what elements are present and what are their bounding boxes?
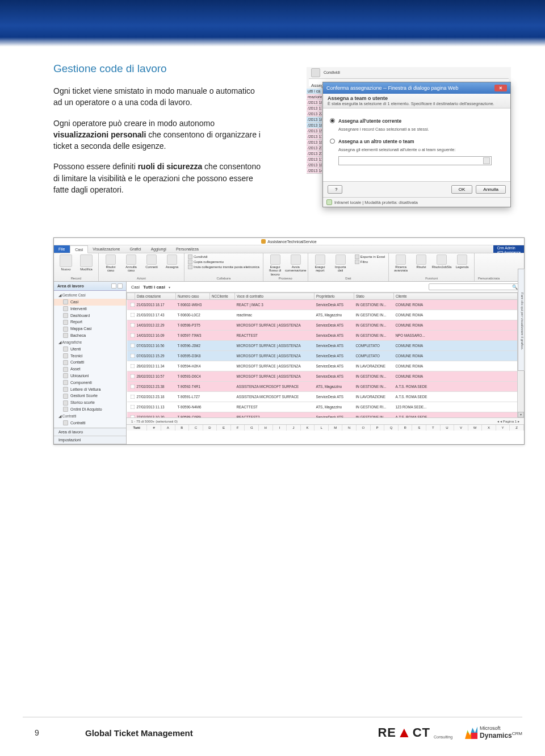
assegna-button[interactable]: Assegna <box>164 254 181 269</box>
column-header[interactable]: Voce di contratto <box>235 293 315 300</box>
modifica-button[interactable]: Modifica <box>78 254 95 271</box>
sidebar-item[interactable]: Interventi <box>54 306 126 312</box>
sidebar-impostazioni[interactable]: Impostazioni <box>54 436 126 444</box>
table-row[interactable]: 28/02/2013 10.57T-90593-D6C4MICROSOFT SU… <box>127 371 524 382</box>
alpha-letter[interactable]: Z <box>510 425 524 431</box>
lookup-icon[interactable] <box>483 157 490 164</box>
grid-view[interactable]: Tutti i casi <box>143 285 165 290</box>
column-header[interactable]: Cliente <box>394 293 524 300</box>
sidebar-item[interactable]: Asset <box>54 366 126 373</box>
column-header[interactable]: Proprietario <box>315 293 354 300</box>
alpha-letter[interactable]: J <box>287 425 301 431</box>
table-row[interactable]: 07/03/2013 15.29T-90595-D3K8MICROSOFT SU… <box>127 351 524 361</box>
row-checkbox[interactable] <box>130 323 135 327</box>
alpha-letter[interactable]: D <box>203 425 217 431</box>
alpha-letter[interactable]: W <box>468 425 483 431</box>
column-header[interactable]: NCCliente <box>210 293 235 300</box>
row-checkbox[interactable] <box>130 394 135 399</box>
scroll-down-icon[interactable]: ▾ <box>518 412 524 417</box>
row-checkbox[interactable] <box>130 353 135 358</box>
radio-current-user[interactable] <box>330 118 335 123</box>
alpha-letter[interactable]: C <box>189 425 203 431</box>
assignee-input[interactable] <box>338 156 492 165</box>
risolvi-caso-button[interactable]: Risolvi caso <box>102 254 119 273</box>
sidebar-item[interactable]: Componenti <box>54 379 126 386</box>
close-icon[interactable]: × <box>494 85 507 91</box>
home-icon[interactable] <box>111 283 116 289</box>
tab-file[interactable]: File <box>54 245 70 253</box>
ricerca-avanzata-button[interactable]: Ricerca avanzata <box>392 254 409 273</box>
alpha-letter[interactable]: N <box>342 425 357 431</box>
table-row[interactable]: 27/02/2013 10.20T-90589-C6R9REACTTEST2Se… <box>127 412 524 418</box>
row-checkbox[interactable] <box>130 343 135 348</box>
row-checkbox[interactable] <box>130 384 135 389</box>
alpha-letter[interactable]: O <box>357 425 371 431</box>
sidebar-item[interactable]: Contratti <box>54 420 126 427</box>
alpha-letter[interactable]: T <box>426 425 441 431</box>
importa-button[interactable]: Importa dati <box>332 254 349 273</box>
tab-visualizzazione[interactable]: Visualizzazione <box>88 245 125 253</box>
alpha-letter[interactable]: B <box>175 425 190 431</box>
alpha-letter[interactable]: # <box>147 425 161 431</box>
tab-casi[interactable]: Casi <box>70 245 88 253</box>
sidebar-item[interactable]: Gestioni Scorte <box>54 392 126 399</box>
alpha-letter[interactable]: K <box>301 425 315 431</box>
table-row[interactable]: 14/03/2013 16.09T-90597-T9W3REACTTESTSer… <box>127 331 524 341</box>
alpha-letter[interactable]: X <box>482 425 496 431</box>
alpha-letter[interactable]: E <box>217 425 231 431</box>
alpha-letter[interactable]: P <box>371 425 385 431</box>
nuovo-button[interactable]: Nuovo <box>57 254 74 271</box>
sidebar-item[interactable]: Ordini Di Acquisto <box>54 406 126 413</box>
alpha-letter[interactable]: U <box>441 425 455 431</box>
alpha-letter[interactable]: L <box>315 425 329 431</box>
table-row[interactable]: 27/02/2013 23.38T-90592-T4R1ASSISTENZA M… <box>127 382 524 392</box>
sidebar-item[interactable]: Report <box>54 319 126 325</box>
flusso-button[interactable]: Esegui flusso di lavoro <box>267 254 284 276</box>
risolvijobsla-button[interactable]: RisolviJobSla <box>433 254 450 269</box>
table-row[interactable]: 21/03/2013 17.43T-90600-L0C2reactimacATS… <box>127 310 524 320</box>
table-row[interactable]: 14/03/2013 22.29T-90598-P3T5MICROSOFT SU… <box>127 320 524 331</box>
sidebar-item[interactable]: Casi <box>54 299 126 306</box>
search-input[interactable]: 🔍 <box>429 283 519 290</box>
pager[interactable]: ◂ ◂ Pagina 1 ▸ <box>497 419 519 423</box>
report-button[interactable]: Esegui report <box>312 254 329 273</box>
annulla-caso-button[interactable]: Annulla caso <box>123 254 140 273</box>
sidebar-item[interactable]: Tecnici <box>54 353 126 360</box>
alpha-letter[interactable]: F <box>231 425 245 431</box>
alpha-letter[interactable]: V <box>454 425 468 431</box>
tab-personalizza[interactable]: Personalizza <box>171 245 204 253</box>
help-button[interactable]: ? <box>328 185 342 194</box>
sidebar-item[interactable]: Bacheca <box>54 332 126 339</box>
legenda-button[interactable]: Legenda <box>454 254 471 269</box>
sidebar-item[interactable]: Dashboard <box>54 312 126 319</box>
table-row[interactable]: 21/03/2013 18.17T-90602-W6H3REACT | IMAC… <box>127 300 524 310</box>
sidebar-item[interactable]: Utenti <box>54 346 126 353</box>
alpha-letter[interactable]: Q <box>384 425 399 431</box>
row-checkbox[interactable] <box>130 374 135 378</box>
sidebar-item[interactable]: Lettere di Vettura <box>54 386 126 393</box>
connetti-button[interactable]: Connetti <box>143 254 160 269</box>
sidebar-item[interactable]: Storico scorte <box>54 399 126 406</box>
alpha-letter[interactable]: H <box>259 425 273 431</box>
column-header[interactable]: Data creazione <box>135 293 176 300</box>
risolvi-button[interactable]: Risolvi <box>413 254 430 269</box>
column-header[interactable]: Numero caso <box>176 293 210 300</box>
table-row[interactable]: 27/02/2013 23.18T-90591-L7Z7ASSISTENZA M… <box>127 392 524 402</box>
sidebar-area-di-lavoro[interactable]: Area di lavoro <box>54 428 126 436</box>
alpha-letter[interactable]: Tutti <box>127 425 147 431</box>
table-row[interactable]: 28/02/2013 11.34T-90594-H2K4MICROSOFT SU… <box>127 361 524 371</box>
alpha-letter[interactable]: S <box>412 425 426 431</box>
row-checkbox[interactable] <box>130 312 135 317</box>
radio-other-user[interactable] <box>330 139 335 144</box>
chevron-down-icon[interactable]: ▾ <box>169 285 170 289</box>
conversazione-button[interactable]: Avvia conversazione <box>287 254 304 273</box>
row-checkbox[interactable] <box>130 302 135 307</box>
column-header[interactable] <box>127 293 135 300</box>
alpha-letter[interactable]: Y <box>496 425 510 431</box>
row-checkbox[interactable] <box>130 364 135 368</box>
alpha-letter[interactable]: G <box>245 425 259 431</box>
sidebar-item[interactable]: Contatti <box>54 359 126 366</box>
tab-grafici[interactable]: Grafici <box>125 245 146 253</box>
chart-panel-collapsed[interactable]: Fare clic qui per visualizzare il grafic… <box>518 269 525 371</box>
row-checkbox[interactable] <box>130 404 135 409</box>
